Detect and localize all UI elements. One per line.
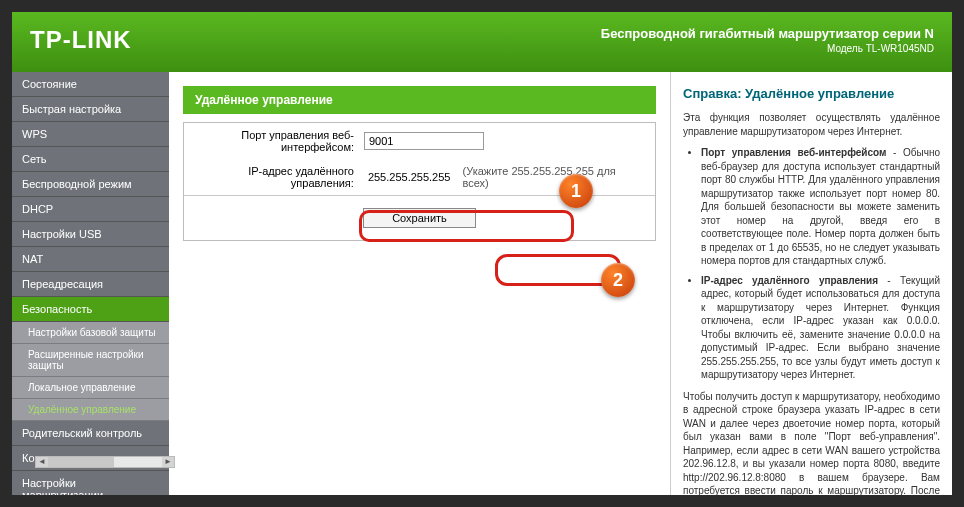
sidebar-sub[interactable]: Настройки базовой защиты [12,322,169,344]
sidebar-sub[interactable]: Расширенные настройки защиты [12,344,169,377]
sidebar-sub[interactable]: Локальное управление [12,377,169,399]
sidebar-item[interactable]: Родительский контроль [12,421,169,446]
button-row: Сохранить [184,195,655,240]
header-right: Беспроводной гигабитный маршрутизатор се… [601,26,934,54]
help-intro: Эта функция позволяет осуществлять удалё… [683,111,940,138]
highlight-annotation [495,254,621,286]
sidebar-item[interactable]: Настройки USB [12,222,169,247]
ip-hint: (Укажите 255.255.255.255 для всех) [462,165,645,189]
help-panel: Справка: Удалённое управление Эта функци… [670,72,952,495]
help-bullet: Порт управления веб-интерфейсом - Обычно… [701,146,940,268]
sidebar-item[interactable]: Быстрая настройка [12,97,169,122]
port-row: Порт управления веб-интерфейсом: [184,123,655,159]
help-para: Чтобы получить доступ к маршрутизатору, … [683,390,940,496]
sidebar-item-security[interactable]: Безопасность [12,297,169,322]
sidebar-item[interactable]: DHCP [12,197,169,222]
help-text: - Текущий адрес, который будет использов… [701,275,940,381]
panel-title: Удалённое управление [183,86,656,114]
header: TP-LINK Беспроводной гигабитный маршрути… [12,12,952,72]
sidebar-item[interactable]: Состояние [12,72,169,97]
callout-2: 2 [601,263,635,297]
help-bullet: IP-адрес удалённого управления - Текущий… [701,274,940,382]
help-title: Справка: Удалённое управление [683,86,940,101]
product-title: Беспроводной гигабитный маршрутизатор се… [601,26,934,41]
sidebar-item[interactable]: Настройки маршрутизации [12,471,169,495]
sidebar: Состояние Быстрая настройка WPS Сеть Бес… [12,72,169,495]
ip-row: IP-адрес удалённого управления: 255.255.… [184,159,655,195]
help-text: - Обычно веб-браузер для доступа использ… [701,147,940,266]
sidebar-sub-remote[interactable]: Удалённое управление [12,399,169,421]
main-content: Удалённое управление Порт управления веб… [169,72,670,495]
sidebar-item[interactable]: Переадресация [12,272,169,297]
form-panel: Порт управления веб-интерфейсом: IP-адре… [183,122,656,241]
port-input[interactable] [364,132,484,150]
scrollbar-thumb[interactable] [48,457,114,467]
sidebar-scrollbar[interactable]: ◄ ► [35,456,175,468]
save-button[interactable]: Сохранить [363,208,476,228]
logo: TP-LINK [30,26,132,54]
sidebar-item[interactable]: NAT [12,247,169,272]
sidebar-item[interactable]: Беспроводной режим [12,172,169,197]
product-model: Модель TL-WR1045ND [601,43,934,54]
ip-value: 255.255.255.255 [364,169,455,185]
help-term: Порт управления веб-интерфейсом [701,147,886,158]
port-label: Порт управления веб-интерфейсом: [194,129,364,153]
help-term: IP-адрес удалённого управления [701,275,878,286]
scroll-right-icon[interactable]: ► [162,457,174,467]
sidebar-item[interactable]: Сеть [12,147,169,172]
scroll-left-icon[interactable]: ◄ [36,457,48,467]
ip-label: IP-адрес удалённого управления: [194,165,364,189]
sidebar-item[interactable]: WPS [12,122,169,147]
